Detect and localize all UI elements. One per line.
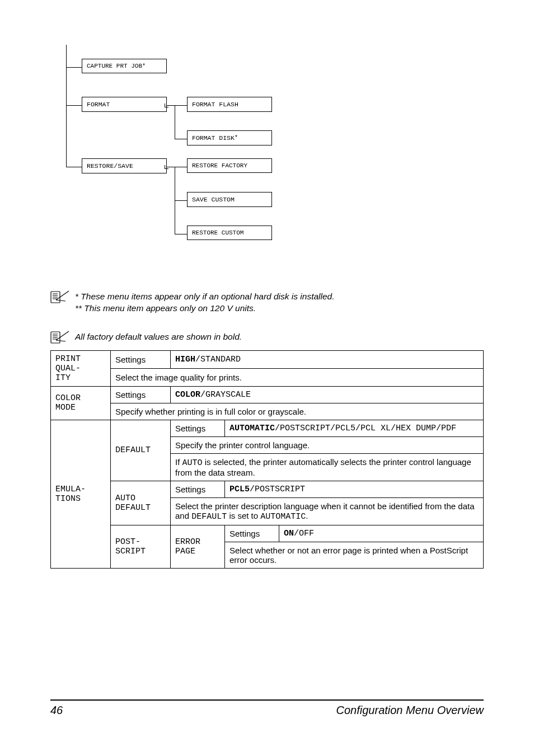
ep-settings-value: ON/OFF — [279, 525, 484, 542]
label-color-mode: COLORMODE — [51, 386, 111, 420]
cm-settings-value: COLOR/GRAYSCALE — [171, 386, 484, 403]
def-settings-value: AUTOMATIC/POSTSCRIPT/PCL5/PCL XL/HEX DUM… — [225, 420, 484, 436]
note-defaults-bold: All factory default values are shown in … — [50, 330, 484, 344]
page-footer: 46 Configuration Menu Overview — [50, 699, 484, 717]
pq-settings-value: HIGH/STANDARD — [171, 350, 484, 368]
box-restore-custom: RESTORE CUSTOM — [187, 226, 272, 240]
ep-desc: Select whether or not an error page is p… — [225, 542, 484, 568]
cell-settings: Settings — [111, 386, 171, 403]
cell-settings: Settings — [225, 525, 279, 542]
footer-title: Configuration Menu Overview — [336, 704, 484, 717]
label-error-page: ERRORPAGE — [171, 525, 225, 568]
label-default: DEFAULT — [111, 420, 171, 481]
note-icon — [50, 290, 69, 303]
page-number: 46 — [50, 704, 63, 717]
note1-line2: ** This menu item appears only on 120 V … — [75, 303, 256, 313]
box-format-disk: FORMAT DISK* — [187, 130, 272, 145]
box-restore-factory: RESTORE FACTORY — [187, 158, 272, 173]
label-emulations: EMULA-TIONS — [51, 420, 111, 568]
note-icon — [50, 330, 69, 344]
ad-settings-value: PCL5/POSTSCRIPT — [225, 481, 484, 497]
box-format: FORMAT — [82, 97, 167, 112]
cell-settings: Settings — [171, 420, 225, 436]
cm-desc: Specify whether printing is in full colo… — [111, 403, 484, 420]
ad-desc: Select the printer description language … — [171, 497, 484, 525]
menu-tree-diagram: CAPTURE PRT JOB* FORMAT FORMAT FLASH FOR… — [62, 45, 484, 280]
box-save-custom: SAVE CUSTOM — [187, 192, 272, 207]
label-print-quality: PRINTQUAL-ITY — [51, 350, 111, 386]
note-hard-disk: * These menu items appear only if an opt… — [50, 290, 484, 314]
box-restore-save: RESTORE/SAVE — [82, 158, 167, 173]
note1-line1: * These menu items appear only if an opt… — [75, 292, 335, 301]
cell-settings: Settings — [171, 481, 225, 497]
note2-text: All factory default values are shown in … — [75, 332, 242, 341]
def-desc1: Specify the printer control language. — [171, 436, 484, 453]
label-postscript: POST-SCRIPT — [111, 525, 171, 568]
def-desc2: If AUTO is selected, the printer automat… — [171, 453, 484, 481]
pq-desc: Select the image quality for prints. — [111, 368, 484, 386]
box-capture-prt-job: CAPTURE PRT JOB* — [82, 59, 167, 73]
box-format-flash: FORMAT FLASH — [187, 97, 272, 112]
label-auto-default: AUTODEFAULT — [111, 481, 171, 525]
settings-table: PRINTQUAL-ITY Settings HIGH/STANDARD Sel… — [50, 350, 484, 569]
cell-settings: Settings — [111, 350, 171, 368]
